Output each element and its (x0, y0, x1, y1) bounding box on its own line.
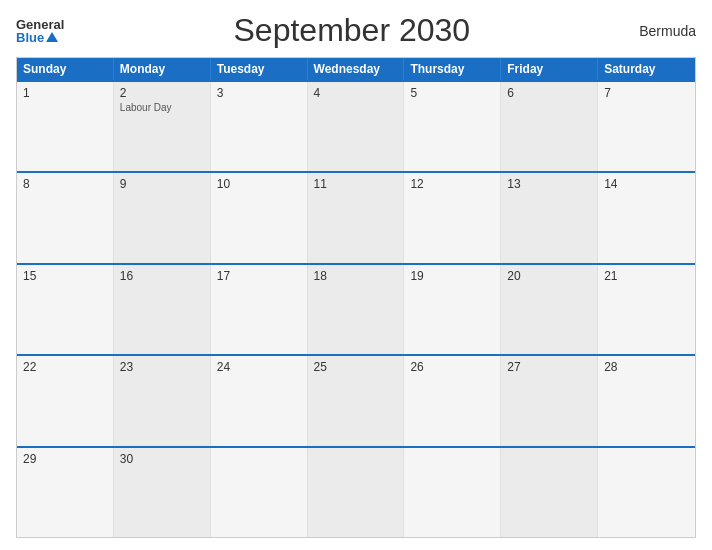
day-number: 30 (120, 452, 204, 466)
calendar-title: September 2030 (64, 12, 639, 49)
day-cell: 18 (308, 265, 405, 354)
day-cell (308, 448, 405, 537)
day-cell: 3 (211, 82, 308, 171)
day-number: 25 (314, 360, 398, 374)
day-cell (404, 448, 501, 537)
days-header: SundayMondayTuesdayWednesdayThursdayFrid… (17, 58, 695, 80)
day-number: 4 (314, 86, 398, 100)
logo-triangle-icon (46, 32, 58, 42)
day-number: 15 (23, 269, 107, 283)
day-cell: 23 (114, 356, 211, 445)
day-number: 18 (314, 269, 398, 283)
day-cell: 30 (114, 448, 211, 537)
day-cell (501, 448, 598, 537)
day-cell: 24 (211, 356, 308, 445)
day-header-monday: Monday (114, 58, 211, 80)
day-cell: 13 (501, 173, 598, 262)
week-row-3: 15161718192021 (17, 263, 695, 354)
day-number: 8 (23, 177, 107, 191)
day-number: 27 (507, 360, 591, 374)
day-header-tuesday: Tuesday (211, 58, 308, 80)
day-cell: 5 (404, 82, 501, 171)
week-row-1: 12Labour Day34567 (17, 80, 695, 171)
day-cell: 29 (17, 448, 114, 537)
header: General Blue September 2030 Bermuda (16, 12, 696, 49)
day-number: 13 (507, 177, 591, 191)
day-number: 9 (120, 177, 204, 191)
day-number: 29 (23, 452, 107, 466)
day-cell: 21 (598, 265, 695, 354)
day-number: 12 (410, 177, 494, 191)
day-cell: 8 (17, 173, 114, 262)
day-cell: 12 (404, 173, 501, 262)
day-cell: 10 (211, 173, 308, 262)
day-number: 3 (217, 86, 301, 100)
day-number: 1 (23, 86, 107, 100)
day-number: 2 (120, 86, 204, 100)
day-cell: 16 (114, 265, 211, 354)
day-number: 11 (314, 177, 398, 191)
day-header-friday: Friday (501, 58, 598, 80)
day-header-thursday: Thursday (404, 58, 501, 80)
week-row-5: 2930 (17, 446, 695, 537)
day-number: 16 (120, 269, 204, 283)
day-number: 10 (217, 177, 301, 191)
week-row-2: 891011121314 (17, 171, 695, 262)
logo-general-text: General (16, 18, 64, 31)
day-number: 20 (507, 269, 591, 283)
day-cell: 25 (308, 356, 405, 445)
day-header-sunday: Sunday (17, 58, 114, 80)
week-row-4: 22232425262728 (17, 354, 695, 445)
calendar-page: General Blue September 2030 Bermuda Sund… (0, 0, 712, 550)
day-header-wednesday: Wednesday (308, 58, 405, 80)
region-label: Bermuda (639, 23, 696, 39)
day-cell: 14 (598, 173, 695, 262)
day-event: Labour Day (120, 102, 204, 113)
day-cell: 19 (404, 265, 501, 354)
day-number: 22 (23, 360, 107, 374)
day-cell: 22 (17, 356, 114, 445)
logo-blue-text: Blue (16, 31, 58, 44)
day-cell: 20 (501, 265, 598, 354)
day-cell: 27 (501, 356, 598, 445)
day-header-saturday: Saturday (598, 58, 695, 80)
day-number: 6 (507, 86, 591, 100)
day-number: 7 (604, 86, 689, 100)
day-number: 14 (604, 177, 689, 191)
day-cell: 4 (308, 82, 405, 171)
day-cell: 26 (404, 356, 501, 445)
day-cell: 9 (114, 173, 211, 262)
day-number: 26 (410, 360, 494, 374)
day-number: 23 (120, 360, 204, 374)
day-cell: 11 (308, 173, 405, 262)
day-cell: 28 (598, 356, 695, 445)
logo: General Blue (16, 18, 64, 44)
day-cell (598, 448, 695, 537)
day-number: 19 (410, 269, 494, 283)
day-cell: 7 (598, 82, 695, 171)
day-cell: 17 (211, 265, 308, 354)
day-cell: 2Labour Day (114, 82, 211, 171)
day-cell (211, 448, 308, 537)
day-cell: 1 (17, 82, 114, 171)
day-number: 28 (604, 360, 689, 374)
day-number: 24 (217, 360, 301, 374)
day-cell: 6 (501, 82, 598, 171)
day-number: 17 (217, 269, 301, 283)
calendar-grid: SundayMondayTuesdayWednesdayThursdayFrid… (16, 57, 696, 538)
day-number: 5 (410, 86, 494, 100)
day-number: 21 (604, 269, 689, 283)
weeks-container: 12Labour Day3456789101112131415161718192… (17, 80, 695, 537)
day-cell: 15 (17, 265, 114, 354)
